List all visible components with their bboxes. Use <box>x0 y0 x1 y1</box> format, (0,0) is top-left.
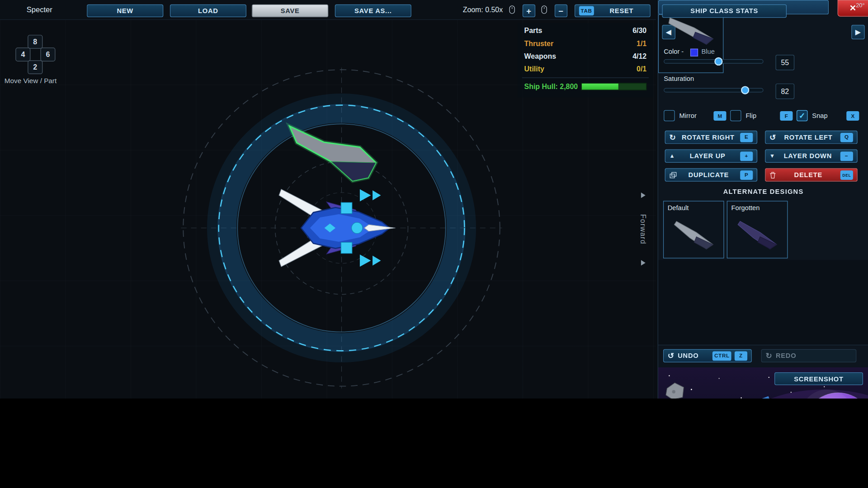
build-stats-panel: Parts 6/30 Thruster 1/1 Weapons 4/12 Uti… <box>518 23 653 97</box>
saturation-label: Saturation <box>664 75 694 82</box>
color-swatch[interactable] <box>690 49 698 56</box>
zoom-in-button[interactable]: + <box>523 5 535 17</box>
rotate-right-button[interactable]: ↻ ROTATE RIGHT E <box>665 131 757 144</box>
new-button[interactable]: NEW <box>87 5 163 17</box>
z-key-badge: Z <box>735 351 747 361</box>
save-button[interactable]: SAVE <box>252 5 328 17</box>
design-thumb-forgotten[interactable]: Forgotten <box>727 201 788 258</box>
redo-label: REDO <box>776 352 852 360</box>
hull-bar <box>581 83 646 90</box>
slot-next-button[interactable]: ▶ <box>851 25 864 39</box>
rotate-left-key-badge: Q <box>840 132 853 142</box>
forward-arrow-icon <box>641 260 646 266</box>
key-right-6: 6 <box>40 47 55 61</box>
layer-up-button[interactable]: ▲ LAYER UP + <box>665 150 757 163</box>
delete-button[interactable]: DELETE DEL <box>765 168 857 181</box>
saturation-value: 82 <box>776 84 795 99</box>
trash-icon <box>769 171 776 178</box>
snap-key-badge: X <box>846 111 859 121</box>
undo-label: UNDO <box>678 352 709 360</box>
layer-down-label: LAYER DOWN <box>778 152 837 160</box>
divider <box>658 345 868 345</box>
hull-bar-fill <box>582 84 618 89</box>
divider <box>522 77 649 78</box>
delete-key-badge: DEL <box>840 170 853 180</box>
duplicate-label: DUPLICATE <box>680 171 737 178</box>
stat-value: 1/1 <box>637 39 646 47</box>
stat-value: 4/12 <box>632 52 646 60</box>
redo-button[interactable]: ↻ REDO <box>761 349 857 362</box>
alternate-designs-title: ALTERNATE DESIGNS <box>658 188 868 195</box>
layer-down-key-badge: − <box>840 151 853 161</box>
hue-value: 55 <box>776 55 795 70</box>
reset-label: RESET <box>597 7 646 14</box>
mirror-label: Mirror <box>679 112 696 119</box>
undo-button[interactable]: ↺ UNDO CTRL Z <box>663 349 752 362</box>
mouse-icon <box>541 5 547 14</box>
undo-icon: ↺ <box>668 352 675 360</box>
editor-side-panel: SHIP CLASS STATS ✕ ◀ SLOT: WING 4 ▶ Colo… <box>658 0 868 399</box>
duplicate-button[interactable]: DUPLICATE P <box>665 168 757 181</box>
hull-label: Ship Hull: 2,800 <box>524 82 578 90</box>
duplicate-key-badge: P <box>740 170 753 180</box>
design-name: Forgotten <box>731 204 760 212</box>
stat-row-weapons: Weapons 4/12 <box>518 50 653 62</box>
design-image <box>732 217 783 254</box>
screenshot-button[interactable]: SCREENSHOT <box>774 372 863 385</box>
layer-up-label: LAYER UP <box>679 152 737 160</box>
rotate-cw-icon: ↻ <box>669 133 676 141</box>
key-down-2: 2 <box>28 60 42 74</box>
ctrl-key-badge: CTRL <box>712 351 731 361</box>
delete-label: DELETE <box>779 171 837 178</box>
flip-key-badge: F <box>780 111 793 121</box>
tab-key-badge: TAB <box>579 6 594 15</box>
layer-down-icon: ▼ <box>769 153 775 159</box>
ship-render[interactable] <box>279 189 395 267</box>
zoom-out-button[interactable]: − <box>555 5 567 17</box>
rotate-left-label: ROTATE LEFT <box>780 133 837 141</box>
mirror-key-badge: M <box>713 111 726 121</box>
key-up-8: 8 <box>28 35 42 49</box>
color-name: Blue <box>701 47 714 55</box>
selected-part-wing-4[interactable] <box>289 126 376 181</box>
rotate-right-key-badge: E <box>740 132 753 142</box>
design-thumb-default[interactable]: Default <box>663 201 724 258</box>
part-preview-image <box>665 12 717 47</box>
ship-hull-row: Ship Hull: 2,800 <box>518 80 653 93</box>
stat-label: Thruster <box>524 39 554 47</box>
panel-spacer <box>658 260 868 345</box>
saturation-slider-handle[interactable] <box>741 86 749 94</box>
forward-arrow-icon <box>641 192 646 198</box>
rotate-ccw-icon: ↺ <box>769 133 776 141</box>
duplicate-icon <box>669 171 677 178</box>
reset-view-button[interactable]: TAB RESET <box>575 5 651 17</box>
snap-label: Snap <box>812 112 827 119</box>
snap-checkbox[interactable]: ✓ <box>797 110 807 121</box>
part-angle: 20° <box>856 2 864 9</box>
stat-row-utility: Utility 0/1 <box>518 62 653 75</box>
rotate-left-button[interactable]: ↺ ROTATE LEFT Q <box>765 131 857 144</box>
mirror-checkbox[interactable] <box>664 110 675 121</box>
hue-slider[interactable] <box>664 59 763 64</box>
layer-up-icon: ▲ <box>669 153 675 159</box>
design-image <box>669 217 720 254</box>
load-button[interactable]: LOAD <box>170 5 246 17</box>
forward-indicator: Forward <box>637 192 650 266</box>
flip-checkbox[interactable] <box>730 110 741 121</box>
stat-label: Parts <box>524 27 542 35</box>
hue-slider-handle[interactable] <box>714 57 722 66</box>
ship-name: Specter <box>27 5 52 14</box>
part-preview: 20° 0.025 / 0.725 <box>658 14 723 73</box>
rotate-right-label: ROTATE RIGHT <box>679 133 737 141</box>
stat-label: Weapons <box>524 52 556 60</box>
saturation-slider[interactable] <box>664 88 763 93</box>
save-as-button[interactable]: SAVE AS... <box>335 5 411 17</box>
key-left-4: 4 <box>15 47 30 61</box>
ship-editor: 8 4 6 2 Move View / Part Parts 6/30 Thru… <box>0 0 868 399</box>
stat-row-thruster: Thruster 1/1 <box>518 37 653 50</box>
stat-value: 0/1 <box>637 65 646 73</box>
color-label: Color - <box>664 47 684 55</box>
stat-row-parts: Parts 6/30 <box>518 24 653 37</box>
layer-down-button[interactable]: ▼ LAYER DOWN − <box>765 150 857 163</box>
forward-label: Forward <box>639 214 647 244</box>
